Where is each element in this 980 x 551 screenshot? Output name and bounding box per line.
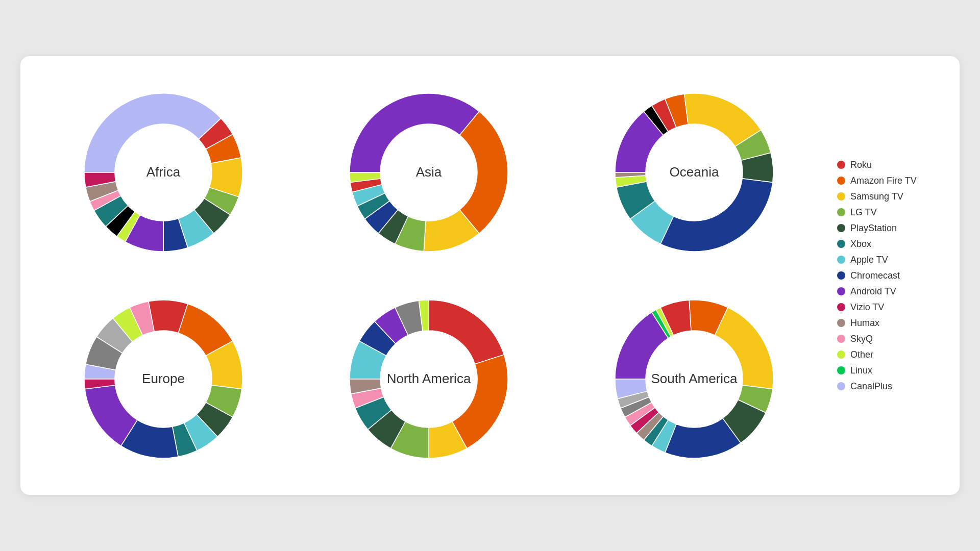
legend-dot-lg-tv xyxy=(837,208,845,216)
legend-item-vizio-tv: Vizio TV xyxy=(837,302,944,313)
legend-label-skyq: SkyQ xyxy=(850,334,873,344)
legend-item-xbox: Xbox xyxy=(837,239,944,249)
legend-label-lg-tv: LG TV xyxy=(850,207,877,218)
chart-africa: Africa xyxy=(36,77,291,268)
legend-label-android-tv: Android TV xyxy=(850,286,896,297)
legend-dot-apple-tv xyxy=(837,256,845,264)
legend-dot-canalplus xyxy=(837,382,845,390)
legend-item-playstation: PlayStation xyxy=(837,223,944,234)
legend-label-samsung-tv: Samsung TV xyxy=(850,191,903,202)
legend-item-amazon-fire-tv: Amazon Fire TV xyxy=(837,176,944,186)
legend-item-lg-tv: LG TV xyxy=(837,207,944,218)
legend-item-android-tv: Android TV xyxy=(837,286,944,297)
legend-dot-samsung-tv xyxy=(837,192,845,201)
donut-oceania: Oceania xyxy=(607,86,781,259)
legend-dot-amazon-fire-tv xyxy=(837,177,845,185)
legend-label-playstation: PlayStation xyxy=(850,223,897,234)
legend-dot-chromecast xyxy=(837,271,845,280)
legend-label-roku: Roku xyxy=(850,160,872,170)
legend-dot-roku xyxy=(837,161,845,169)
legend-dot-vizio-tv xyxy=(837,303,845,311)
legend-item-other: Other xyxy=(837,349,944,360)
chart-north-america: North America xyxy=(301,283,556,474)
legend-item-canalplus: CanalPlus xyxy=(837,381,944,392)
chart-south-america: South America xyxy=(567,283,822,474)
legend-item-samsung-tv: Samsung TV xyxy=(837,191,944,202)
donut-north-america: North America xyxy=(342,292,516,466)
legend-dot-humax xyxy=(837,319,845,327)
legend-label-linux: Linux xyxy=(850,365,872,376)
legend-label-chromecast: Chromecast xyxy=(850,270,900,281)
legend-dot-android-tv xyxy=(837,287,845,295)
donut-europe: Europe xyxy=(77,292,250,466)
legend-dot-skyq xyxy=(837,335,845,343)
chart-oceania: Oceania xyxy=(567,77,822,268)
legend-item-apple-tv: Apple TV xyxy=(837,255,944,265)
legend-label-canalplus: CanalPlus xyxy=(850,381,892,392)
legend-item-linux: Linux xyxy=(837,365,944,376)
legend-dot-linux xyxy=(837,366,845,374)
legend-item-humax: Humax xyxy=(837,318,944,329)
legend-item-chromecast: Chromecast xyxy=(837,270,944,281)
legend: RokuAmazon Fire TVSamsung TVLG TVPlaySta… xyxy=(832,77,944,474)
donut-asia: Asia xyxy=(342,86,516,259)
donut-south-america: South America xyxy=(607,292,781,466)
main-card: AfricaAsiaOceaniaEuropeNorth AmericaSout… xyxy=(20,56,960,495)
legend-label-humax: Humax xyxy=(850,318,879,329)
charts-grid: AfricaAsiaOceaniaEuropeNorth AmericaSout… xyxy=(36,77,822,474)
legend-item-roku: Roku xyxy=(837,160,944,170)
legend-dot-xbox xyxy=(837,240,845,248)
legend-label-xbox: Xbox xyxy=(850,239,871,249)
legend-label-vizio-tv: Vizio TV xyxy=(850,302,884,313)
legend-item-skyq: SkyQ xyxy=(837,334,944,344)
legend-label-amazon-fire-tv: Amazon Fire TV xyxy=(850,176,917,186)
legend-label-other: Other xyxy=(850,349,873,360)
chart-europe: Europe xyxy=(36,283,291,474)
legend-label-apple-tv: Apple TV xyxy=(850,255,888,265)
legend-dot-playstation xyxy=(837,224,845,232)
donut-africa: Africa xyxy=(77,86,250,259)
chart-asia: Asia xyxy=(301,77,556,268)
legend-dot-other xyxy=(837,350,845,359)
